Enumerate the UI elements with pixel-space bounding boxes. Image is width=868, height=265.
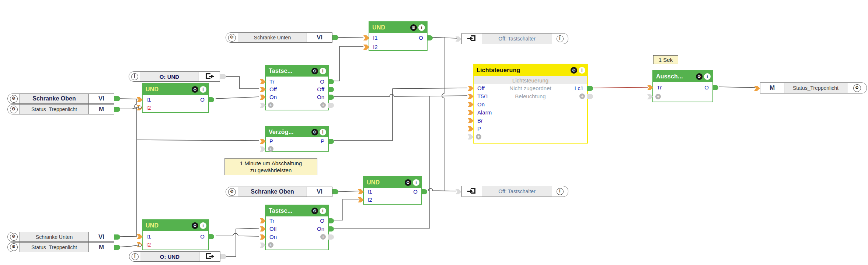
gear-icon[interactable]: ⚙ [192, 86, 198, 93]
info-icon[interactable]: i [557, 35, 564, 42]
gear-icon[interactable]: ⚙ [311, 208, 318, 214]
gear-icon[interactable]: ⚙ [311, 68, 318, 74]
info-icon[interactable]: i [418, 24, 425, 31]
output-connector[interactable] [114, 107, 120, 112]
add-port-button[interactable]: + [655, 94, 661, 99]
add-connector[interactable] [328, 234, 334, 240]
io-pill-p_so_left[interactable]: ⚙Schranke ObenVI [7, 93, 114, 104]
output-connector[interactable] [328, 79, 334, 84]
block-aus[interactable]: Aussch...⚙iTr+O [652, 70, 713, 102]
output-connector[interactable] [328, 87, 334, 92]
ref-pill-r_src_bot[interactable]: iO: UND [129, 251, 220, 262]
output-connector[interactable] [427, 35, 433, 40]
wire[interactable] [719, 87, 755, 88]
io-pill-p_st_bot[interactable]: ⚙Status_TreppenlichtM [7, 242, 114, 252]
wire[interactable] [120, 107, 138, 109]
output-connector[interactable] [220, 74, 226, 79]
gear-icon[interactable]: ⚙ [228, 34, 236, 42]
gear-icon[interactable]: ⚙ [311, 129, 318, 135]
add-port-button[interactable]: + [320, 234, 326, 240]
gear-icon[interactable]: ⚙ [10, 233, 18, 241]
wire[interactable] [226, 228, 259, 257]
add-port-button[interactable]: + [476, 134, 481, 139]
block-und_bmid[interactable]: UND⚙iI1I2O [363, 176, 422, 205]
output-connector[interactable] [712, 85, 718, 90]
wire[interactable] [135, 99, 137, 236]
info-icon[interactable]: i [704, 73, 711, 80]
wire[interactable] [120, 245, 138, 247]
info-icon[interactable]: i [413, 179, 419, 186]
output-connector[interactable] [114, 245, 120, 250]
info-icon[interactable]: i [579, 67, 585, 74]
info-icon[interactable]: i [132, 253, 139, 260]
output-connector[interactable] [328, 139, 334, 144]
output-connector[interactable] [332, 189, 338, 194]
add-connector[interactable] [587, 94, 593, 99]
add-port-button[interactable]: + [579, 93, 585, 99]
note-n_minute[interactable]: 1 Minute um Abschaltungzu gewährleisten [224, 158, 317, 175]
output-connector[interactable] [421, 189, 427, 194]
wire[interactable] [428, 188, 456, 191]
output-connector[interactable] [220, 254, 226, 259]
add-port-button[interactable]: + [268, 102, 273, 108]
add-port-button[interactable]: + [320, 102, 326, 108]
add-port-button[interactable]: + [268, 146, 273, 152]
output-connector[interactable] [328, 226, 334, 232]
gear-icon[interactable]: ⚙ [10, 95, 18, 103]
output-connector[interactable] [328, 95, 334, 100]
info-icon[interactable]: i [557, 188, 564, 195]
add-port-button[interactable]: + [268, 242, 273, 248]
note-n_1sek[interactable]: 1 Sek [653, 55, 678, 64]
wire[interactable] [120, 236, 137, 237]
gear-icon[interactable]: ⚙ [228, 188, 236, 196]
block-tast_top[interactable]: Tastsc...⚙iTrOffOn+OOffOn+ [265, 65, 329, 110]
add-connector[interactable] [328, 103, 334, 108]
block-tast_bot[interactable]: Tastsc...⚙iTrOffOn+OOn+ [265, 205, 329, 250]
gear-icon[interactable]: ⚙ [853, 84, 861, 92]
wire[interactable] [334, 46, 363, 81]
io-pill-p_st_left[interactable]: ⚙Status_TreppenlichtM [7, 104, 114, 114]
block-und_left[interactable]: UND⚙iI1I2O [142, 83, 209, 113]
wire[interactable] [338, 191, 359, 192]
io-pill-p_status_out[interactable]: MStatus_Treppenlicht⚙ [760, 82, 867, 93]
gear-icon[interactable]: ⚙ [410, 24, 417, 31]
block-und_bleft[interactable]: UND⚙iI1I2O [142, 219, 209, 250]
info-icon[interactable]: i [200, 86, 206, 93]
io-pill-p_su_top[interactable]: ⚙Schranke UntenVI [226, 32, 332, 43]
output-connector[interactable] [328, 218, 334, 223]
wire[interactable] [120, 99, 139, 99]
wire[interactable] [338, 37, 363, 38]
wire[interactable] [137, 140, 259, 141]
gear-icon[interactable]: ⚙ [192, 222, 198, 229]
block-verz[interactable]: Verzög...⚙iP+P [265, 126, 329, 152]
info-icon[interactable]: i [200, 222, 206, 229]
wire[interactable] [334, 199, 359, 220]
output-connector[interactable] [208, 234, 214, 239]
ref-pill-r_src_top[interactable]: iO: UND [129, 71, 220, 82]
info-icon[interactable]: i [320, 208, 326, 214]
gear-icon[interactable]: ⚙ [696, 73, 703, 80]
wire[interactable] [216, 233, 259, 236]
io-pill-p_so_bot[interactable]: ⚙Schranke ObenVI [226, 187, 332, 197]
gear-icon[interactable]: ⚙ [405, 179, 411, 186]
ref-pill-r_out_bot[interactable]: Off: Tastschalteri [461, 186, 568, 197]
block-und_top[interactable]: UND⚙iI1I2O [369, 21, 428, 51]
wire[interactable] [442, 37, 444, 191]
ref-pill-r_out_top[interactable]: Off: Tastschalteri [461, 33, 568, 44]
output-connector[interactable] [587, 86, 593, 91]
output-connector[interactable] [332, 35, 338, 40]
io-pill-p_su_bot[interactable]: ⚙Schranke UntenVI [7, 232, 114, 242]
block-licht[interactable]: Lichtsteuerung⚙iLichtsteuerungOffT5/1OnA… [473, 64, 588, 144]
output-connector[interactable] [208, 97, 214, 102]
wire[interactable] [216, 97, 259, 99]
info-icon[interactable]: i [320, 129, 326, 135]
wire[interactable] [226, 77, 259, 89]
info-icon[interactable]: i [131, 73, 138, 80]
gear-icon[interactable]: ⚙ [10, 243, 18, 251]
wire-red[interactable] [593, 87, 648, 88]
output-connector[interactable] [114, 234, 120, 240]
gear-icon[interactable]: ⚙ [571, 67, 577, 74]
wire[interactable] [334, 96, 430, 228]
gear-icon[interactable]: ⚙ [10, 106, 18, 113]
output-connector[interactable] [114, 96, 120, 101]
